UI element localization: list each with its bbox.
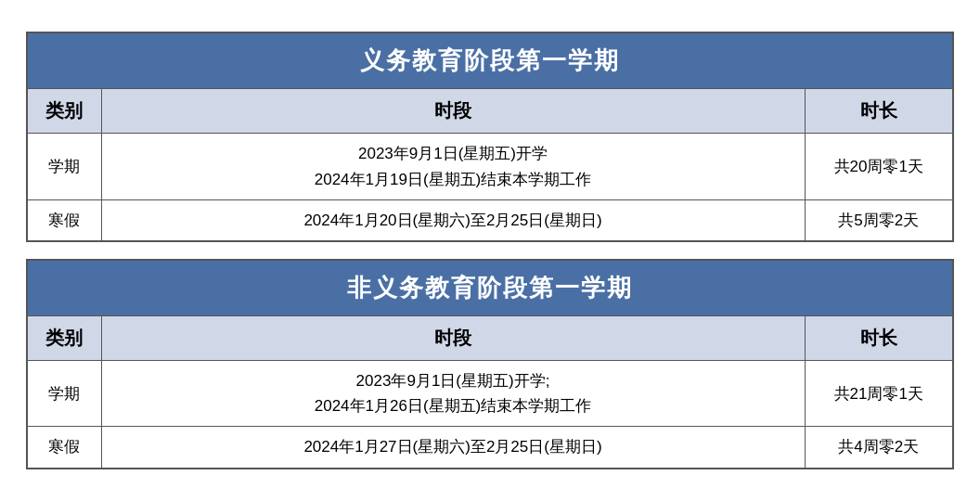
table1-row-0: 学期 2023年9月1日(星期五)开学2024年1月19日(星期五)结束本学期工… <box>27 134 953 199</box>
table2-header-row: 类别 时段 时长 <box>27 316 953 361</box>
table2-row0-period: 2023年9月1日(星期五)开学;2024年1月26日(星期五)结束本学期工作 <box>101 361 805 427</box>
table2-row0-category: 学期 <box>27 361 101 427</box>
table1-row-1: 寒假 2024年1月20日(星期六)至2月25日(星期日) 共5周零2天 <box>27 199 953 241</box>
table2-row-0: 学期 2023年9月1日(星期五)开学;2024年1月26日(星期五)结束本学期… <box>27 361 953 427</box>
table2: 非义务教育阶段第一学期 类别 时段 时长 学期 2023年9月1日(星期五)开学… <box>26 259 954 469</box>
table2-header-duration: 时长 <box>805 316 953 361</box>
table1-row1-category: 寒假 <box>27 199 101 241</box>
table1-row1-period: 2024年1月20日(星期六)至2月25日(星期日) <box>101 199 805 241</box>
table1-header-category: 类别 <box>27 89 101 134</box>
table2-row1-period: 2024年1月27日(星期六)至2月25日(星期日) <box>101 427 805 469</box>
table1-title: 义务教育阶段第一学期 <box>27 32 953 89</box>
table2-header-category: 类别 <box>27 316 101 361</box>
table1-row0-duration: 共20周零1天 <box>805 134 953 199</box>
table1: 义务教育阶段第一学期 类别 时段 时长 学期 2023年9月1日(星期五)开学2… <box>26 32 954 242</box>
table2-header-period: 时段 <box>101 316 805 361</box>
table2-row1-category: 寒假 <box>27 427 101 469</box>
table2-title: 非义务教育阶段第一学期 <box>27 260 953 316</box>
table1-header-duration: 时长 <box>805 89 953 134</box>
table1-title-row: 义务教育阶段第一学期 <box>27 32 953 89</box>
table2-row0-duration: 共21周零1天 <box>805 361 953 427</box>
table1-row1-duration: 共5周零2天 <box>805 199 953 241</box>
table1-row0-category: 学期 <box>27 134 101 199</box>
table2-row-1: 寒假 2024年1月27日(星期六)至2月25日(星期日) 共4周零2天 <box>27 427 953 469</box>
table2-title-row: 非义务教育阶段第一学期 <box>27 260 953 316</box>
table1-header-row: 类别 时段 时长 <box>27 89 953 134</box>
table1-header-period: 时段 <box>101 89 805 134</box>
page-container: 义务教育阶段第一学期 类别 时段 时长 学期 2023年9月1日(星期五)开学2… <box>17 22 963 478</box>
table2-row1-duration: 共4周零2天 <box>805 427 953 469</box>
table1-row0-period: 2023年9月1日(星期五)开学2024年1月19日(星期五)结束本学期工作 <box>101 134 805 199</box>
